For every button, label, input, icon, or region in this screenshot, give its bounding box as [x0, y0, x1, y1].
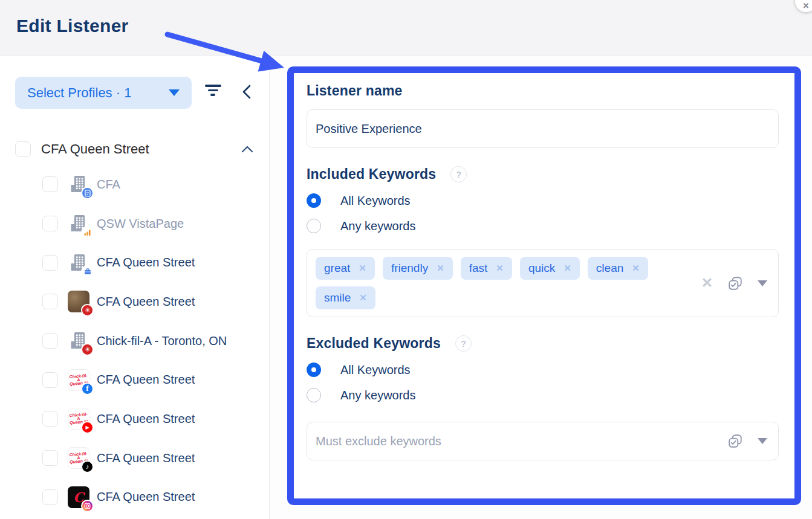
- profile-avatar: ✳: [68, 330, 89, 352]
- list-item[interactable]: CFA Queen Street: [0, 243, 269, 282]
- list-item[interactable]: ✳ Chick-fil-A - Toronto, ON: [0, 321, 269, 361]
- included-any-keywords-option[interactable]: Any keywords: [307, 219, 779, 233]
- listing-reviews-icon: [81, 187, 94, 199]
- close-icon: ✕: [803, 1, 810, 12]
- remove-keyword-icon[interactable]: ✕: [437, 263, 444, 274]
- profile-avatar: C: [68, 486, 89, 508]
- filter-icon[interactable]: [204, 85, 222, 100]
- facebook-icon: f: [81, 382, 94, 395]
- profile-checkbox[interactable]: [42, 255, 58, 271]
- profile-label: Chick-fil-A - Toronto, ON: [97, 334, 227, 348]
- excluded-any-keywords-option[interactable]: Any keywords: [307, 388, 779, 402]
- group-checkbox[interactable]: [15, 141, 31, 157]
- keyword-chip[interactable]: fast✕: [461, 257, 512, 280]
- profile-label: CFA Queen Street: [97, 451, 195, 465]
- profile-avatar: [68, 252, 89, 274]
- profiles-sidebar: Select Profiles · 1 CFA Queen Street CFA…: [0, 56, 270, 519]
- profile-checkbox[interactable]: [42, 411, 58, 427]
- profile-label: CFA Queen Street: [97, 295, 195, 309]
- profile-avatar: [68, 173, 89, 195]
- list-item[interactable]: CFA: [0, 165, 269, 204]
- profile-label: QSW VistaPage: [97, 217, 184, 231]
- keyword-chip[interactable]: smile✕: [316, 286, 375, 309]
- keyword-chip[interactable]: clean✕: [588, 257, 648, 280]
- edit-listener-panel: Listener name Included Keywords ? All Ke…: [287, 66, 801, 505]
- profile-avatar: Chick-fil-AQueen St ▶: [68, 408, 89, 430]
- keyword-chip-label: smile: [324, 291, 351, 305]
- excluded-keywords-input[interactable]: [307, 422, 778, 460]
- profile-checkbox[interactable]: [42, 294, 58, 309]
- radio-selected-icon[interactable]: [307, 193, 321, 208]
- keyword-chip[interactable]: great✕: [316, 257, 375, 280]
- radio-unselected-icon[interactable]: [307, 219, 321, 233]
- instagram-icon: [81, 500, 94, 512]
- remove-keyword-icon[interactable]: ✕: [496, 263, 504, 274]
- listener-name-input[interactable]: [307, 109, 779, 148]
- profiles-list: CFA Queen Street CFA QSW VistaPage CFA Q…: [0, 134, 269, 517]
- page-title: Edit Listener: [16, 16, 129, 36]
- collapse-sidebar-icon[interactable]: [239, 83, 255, 101]
- profile-avatar: ✳: [68, 291, 89, 312]
- profile-avatar: Chick-fil-AQueen St f: [68, 369, 89, 391]
- keyword-chip-label: friendly: [391, 262, 428, 275]
- expand-keywords-icon[interactable]: [758, 438, 767, 444]
- help-icon[interactable]: ?: [455, 335, 472, 352]
- youtube-icon: ▶: [81, 421, 94, 434]
- profile-label: CFA Queen Street: [97, 412, 195, 426]
- chevron-up-icon[interactable]: [241, 145, 254, 153]
- keyword-chip-label: fast: [469, 262, 488, 275]
- group-label: CFA Queen Street: [41, 141, 149, 157]
- keyword-chip[interactable]: quick✕: [520, 257, 580, 280]
- keyword-chip-label: quick: [528, 262, 555, 275]
- keyword-chip-label: clean: [596, 262, 623, 275]
- clear-all-icon[interactable]: ✕: [701, 276, 713, 290]
- remove-keyword-icon[interactable]: ✕: [359, 292, 367, 303]
- excluded-keywords-field: [307, 422, 779, 460]
- excluded-keywords-title: Excluded Keywords: [307, 335, 441, 352]
- profile-label: CFA Queen Street: [97, 256, 195, 269]
- list-item[interactable]: QSW VistaPage: [0, 204, 269, 243]
- analytics-icon: [81, 226, 94, 239]
- bulk-paste-icon[interactable]: [727, 433, 743, 449]
- profile-label: CFA: [97, 178, 120, 192]
- listener-name-label: Listener name: [307, 83, 779, 99]
- profiles-toolbar: Select Profiles · 1: [0, 77, 270, 109]
- keyword-chip[interactable]: friendly✕: [383, 257, 453, 280]
- keyword-chip-label: great: [324, 262, 350, 275]
- profile-avatar: Chick-fil-AQueen St ♪: [68, 447, 89, 469]
- included-all-keywords-option[interactable]: All Keywords: [307, 193, 779, 208]
- list-item[interactable]: Chick-fil-AQueen St f CFA Queen Street: [0, 360, 269, 399]
- list-item[interactable]: Chick-fil-AQueen St ▶ CFA Queen Street: [0, 399, 269, 439]
- google-business-icon: [81, 265, 94, 278]
- profile-checkbox[interactable]: [42, 450, 58, 466]
- select-profiles-label: Select Profiles · 1: [27, 85, 131, 101]
- yelp-icon: ✳: [81, 343, 94, 356]
- profile-avatar: [68, 213, 89, 234]
- remove-keyword-icon[interactable]: ✕: [632, 263, 640, 274]
- chevron-down-icon: [169, 89, 180, 96]
- list-item[interactable]: Chick-fil-AQueen St ♪ CFA Queen Street: [0, 439, 269, 478]
- profile-checkbox[interactable]: [42, 176, 58, 192]
- profile-checkbox[interactable]: [42, 216, 58, 231]
- excluded-all-keywords-option[interactable]: All Keywords: [307, 363, 779, 377]
- remove-keyword-icon[interactable]: ✕: [359, 263, 366, 274]
- modal-header: Edit Listener: [0, 0, 812, 56]
- profile-checkbox[interactable]: [42, 333, 58, 349]
- included-keywords-title: Included Keywords: [307, 166, 436, 182]
- select-profiles-dropdown[interactable]: Select Profiles · 1: [15, 77, 192, 109]
- profile-checkbox[interactable]: [42, 489, 58, 505]
- included-keywords-input[interactable]: great✕friendly✕fast✕quick✕clean✕smile✕ ✕: [307, 249, 779, 317]
- expand-keywords-icon[interactable]: [758, 280, 767, 286]
- tiktok-icon: ♪: [81, 460, 94, 473]
- list-item[interactable]: ✳ CFA Queen Street: [0, 282, 269, 321]
- profile-group-row[interactable]: CFA Queen Street: [0, 134, 269, 165]
- profile-label: CFA Queen Street: [97, 373, 195, 387]
- bulk-paste-icon[interactable]: [727, 276, 743, 291]
- radio-unselected-icon[interactable]: [307, 388, 321, 402]
- profile-checkbox[interactable]: [42, 372, 58, 388]
- help-icon[interactable]: ?: [450, 166, 467, 182]
- list-item[interactable]: C CFA Queen Street: [0, 478, 269, 517]
- yelp-icon: ✳: [81, 304, 94, 317]
- remove-keyword-icon[interactable]: ✕: [564, 263, 571, 274]
- radio-selected-icon[interactable]: [307, 363, 321, 377]
